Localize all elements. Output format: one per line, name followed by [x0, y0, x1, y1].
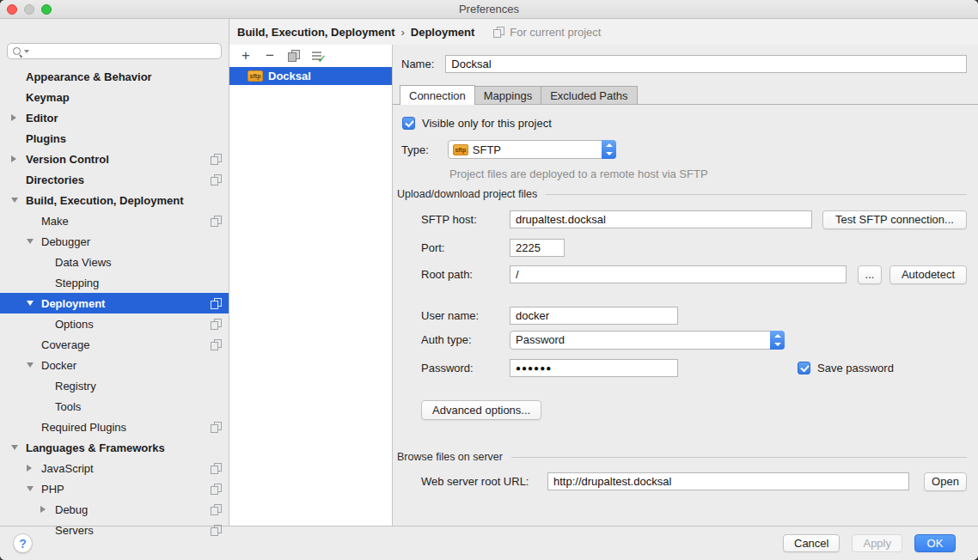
sidebar-item-label: Options [0, 318, 94, 331]
name-input[interactable] [445, 55, 967, 73]
breadcrumb-parent[interactable]: Build, Execution, Deployment [237, 26, 394, 39]
shared-settings-icon [211, 525, 222, 536]
sidebar-item-label: Make [0, 215, 69, 228]
visible-only-label: Visible only for this project [422, 117, 552, 130]
titlebar: Preferences [0, 0, 978, 19]
sidebar-item-php[interactable]: PHP [0, 478, 229, 499]
cancel-button[interactable]: Cancel [783, 534, 840, 552]
chevron-right-icon[interactable] [11, 155, 16, 162]
breadcrumb-separator: › [400, 26, 404, 39]
sidebar-item-label: Servers [0, 524, 94, 537]
sidebar-item-label: Editor [0, 112, 58, 125]
type-value: SFTP [468, 143, 602, 156]
tab-excluded-paths[interactable]: Excluded Paths [541, 86, 637, 104]
test-sftp-connection-button[interactable]: Test SFTP connection... [822, 210, 967, 229]
server-list: sftpDocksal [229, 67, 392, 85]
sidebar-item-deployment[interactable]: Deployment [0, 293, 229, 313]
sidebar-item-label: Plugins [0, 132, 66, 145]
sidebar-item-directories[interactable]: Directories [0, 169, 229, 190]
shared-settings-icon [211, 504, 222, 515]
sidebar-item-docker[interactable]: Docker [0, 355, 229, 375]
select-stepper-icon[interactable] [770, 331, 785, 350]
open-url-button[interactable]: Open [924, 472, 967, 491]
sidebar-item-version-control[interactable]: Version Control [0, 149, 229, 169]
save-password-checkbox[interactable] [798, 362, 810, 374]
sidebar-item-keymap[interactable]: Keymap [0, 87, 229, 107]
sidebar-item-appearance-behavior[interactable]: Appearance & Behavior [0, 66, 229, 87]
apply-button[interactable]: Apply [852, 534, 902, 552]
tab-connection[interactable]: Connection [400, 85, 475, 105]
zoom-button[interactable] [41, 4, 52, 15]
sidebar-item-tools[interactable]: Tools [0, 396, 229, 417]
sidebar-item-languages-frameworks[interactable]: Languages & Frameworks [0, 437, 229, 458]
visible-only-checkbox[interactable] [402, 117, 415, 130]
sidebar-item-servers[interactable]: Servers [0, 520, 229, 540]
chevron-right-icon[interactable] [40, 506, 46, 513]
upload-section-label: Upload/download project files [397, 188, 537, 200]
add-icon[interactable] [239, 49, 253, 63]
chevron-down-icon[interactable] [27, 301, 34, 306]
upload-section-header: Upload/download project files [397, 188, 967, 200]
copy-icon[interactable] [287, 49, 301, 63]
sidebar-item-debug[interactable]: Debug [0, 499, 229, 520]
sidebar-item-debugger[interactable]: Debugger [0, 231, 229, 252]
sidebar-item-coverage[interactable]: Coverage [0, 334, 229, 355]
port-label: Port: [421, 241, 444, 254]
shared-settings-icon [211, 154, 222, 165]
sidebar-item-options[interactable]: Options [0, 313, 229, 334]
use-as-default-icon[interactable] [311, 49, 325, 63]
user-name-label: User name: [421, 309, 479, 322]
chevron-down-icon[interactable] [27, 362, 34, 368]
type-label: Type: [401, 143, 429, 156]
password-input[interactable] [510, 359, 678, 377]
sidebar-item-label: Keymap [0, 91, 70, 104]
minimize-button[interactable] [24, 4, 34, 15]
auth-type-select[interactable]: Password [510, 331, 785, 350]
remove-icon[interactable] [263, 49, 277, 63]
sidebar-item-label: Registry [0, 380, 96, 393]
sidebar-item-stepping[interactable]: Stepping [0, 272, 229, 293]
sidebar-item-javascript[interactable]: JavaScript [0, 458, 229, 478]
tabstrip: ConnectionMappingsExcluded Paths [393, 84, 978, 105]
settings-tree: Appearance & BehaviorKeymapEditorPlugins… [0, 66, 229, 540]
search-input[interactable] [29, 45, 221, 58]
browse-section-label: Browse files on server [397, 451, 503, 463]
chevron-down-icon[interactable] [11, 445, 18, 450]
search-icon [12, 46, 22, 57]
select-stepper-icon[interactable] [602, 140, 616, 159]
root-path-input[interactable] [510, 265, 847, 283]
sftp-file-icon: sftp [248, 70, 263, 82]
sidebar-item-registry[interactable]: Registry [0, 375, 229, 396]
sidebar-item-build-execution-deployment[interactable]: Build, Execution, Deployment [0, 190, 229, 210]
settings-search-box[interactable] [7, 43, 222, 59]
traffic-lights [7, 4, 52, 15]
advanced-options-button[interactable]: Advanced options... [421, 400, 541, 420]
sidebar-item-data-views[interactable]: Data Views [0, 252, 229, 272]
section-divider [511, 457, 967, 458]
sidebar-item-editor[interactable]: Editor [0, 107, 229, 128]
browse-root-path-button[interactable]: ... [858, 265, 882, 284]
type-select[interactable]: sftp SFTP [448, 140, 616, 159]
chevron-right-icon[interactable] [27, 465, 32, 472]
save-password-label: Save password [817, 362, 894, 374]
sidebar-item-label: JavaScript [0, 462, 94, 475]
autodetect-button[interactable]: Autodetect [889, 265, 967, 284]
sidebar-item-label: Languages & Frameworks [0, 441, 165, 454]
chevron-down-icon[interactable] [27, 486, 34, 491]
close-button[interactable] [7, 4, 17, 15]
chevron-down-icon[interactable] [11, 198, 18, 203]
chevron-right-icon[interactable] [11, 114, 16, 121]
port-input[interactable] [510, 239, 565, 257]
server-item-docksal[interactable]: sftpDocksal [229, 67, 392, 85]
web-root-input[interactable] [547, 472, 909, 490]
tab-mappings[interactable]: Mappings [474, 86, 541, 104]
sidebar-item-plugins[interactable]: Plugins [0, 128, 229, 149]
sidebar-item-label: Docker [0, 359, 76, 372]
user-name-input[interactable] [510, 307, 678, 325]
sidebar-item-make[interactable]: Make [0, 210, 229, 231]
sftp-host-input[interactable] [510, 210, 812, 228]
ok-button[interactable]: OK [914, 534, 956, 552]
server-item-label: Docksal [268, 70, 311, 82]
chevron-down-icon[interactable] [27, 239, 34, 244]
sidebar-item-required-plugins[interactable]: Required Plugins [0, 417, 229, 437]
